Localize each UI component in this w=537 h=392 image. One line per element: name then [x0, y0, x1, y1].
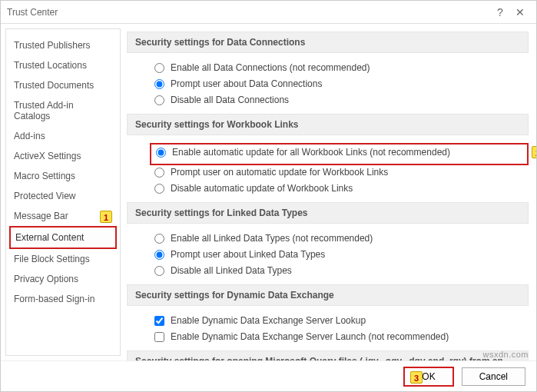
sidebar: Trusted Publishers Trusted Locations Tru… [5, 28, 121, 356]
radio-input[interactable] [154, 95, 164, 105]
sidebar-item-trusted-publishers[interactable]: Trusted Publishers [9, 35, 117, 55]
sidebar-item-form-based-signin[interactable]: Form-based Sign-in [9, 289, 117, 309]
dialog-title: Trust Center [7, 7, 490, 18]
option-label: Prompt user about Linked Data Types [171, 249, 325, 260]
cancel-button[interactable]: Cancel [462, 367, 525, 386]
radio-input[interactable] [154, 250, 164, 260]
sidebar-item-add-ins[interactable]: Add-ins [9, 126, 117, 146]
section-linked-data-types: Security settings for Linked Data Types [127, 202, 529, 224]
option-disable-linked-data-types[interactable]: Disable all Linked Data Types [127, 264, 529, 280]
main-panel: Security settings for Data Connections E… [121, 24, 536, 360]
help-icon[interactable]: ? [490, 6, 510, 18]
radio-input[interactable] [154, 168, 164, 178]
option-label: Disable all Data Connections [171, 95, 289, 105]
option-enable-auto-update-workbook-links[interactable]: Enable automatic update for all Workbook… [151, 145, 525, 161]
option-disable-workbook-links[interactable]: Disable automatic update of Workbook Lin… [127, 181, 529, 198]
checkbox-input[interactable] [154, 316, 164, 326]
option-prompt-linked-data-types[interactable]: Prompt user about Linked Data Types [127, 247, 529, 264]
sidebar-item-label: Message Bar [14, 211, 68, 221]
watermark-text: wsxdn.com [482, 350, 529, 359]
option-enable-dde-launch[interactable]: Enable Dynamic Data Exchange Server Laun… [127, 330, 529, 346]
sidebar-item-trusted-locations[interactable]: Trusted Locations [9, 55, 117, 75]
option-label: Enable Dynamic Data Exchange Server Laun… [171, 331, 449, 342]
option-label: Enable all Linked Data Types (not recomm… [171, 233, 373, 244]
annotation-3-icon: 3 [410, 371, 423, 384]
option-label: Enable all Data Connections (not recomme… [171, 62, 370, 73]
sidebar-item-activex-settings[interactable]: ActiveX Settings [9, 146, 117, 166]
option-label: Prompt user on automatic update for Work… [171, 167, 388, 178]
sidebar-item-message-bar[interactable]: Message Bar1 [9, 206, 117, 226]
dialog-body: Trusted Publishers Trusted Locations Tru… [1, 24, 536, 360]
sidebar-item-trusted-documents[interactable]: Trusted Documents [9, 75, 117, 95]
radio-input[interactable] [154, 79, 164, 89]
option-label: Enable automatic update for all Workbook… [172, 147, 450, 158]
option-disable-all-data-connections[interactable]: Disable all Data Connections [127, 93, 529, 109]
option-enable-all-data-connections[interactable]: Enable all Data Connections (not recomme… [127, 61, 529, 77]
sidebar-item-macro-settings[interactable]: Macro Settings [9, 166, 117, 186]
radio-input[interactable] [154, 234, 164, 244]
annotation-1-icon: 1 [100, 211, 112, 223]
radio-input[interactable] [154, 63, 164, 73]
option-label: Enable Dynamic Data Exchange Server Look… [171, 315, 366, 326]
sidebar-item-external-content[interactable]: External Content [9, 226, 117, 249]
radio-input[interactable] [154, 266, 164, 276]
section-dde: Security settings for Dynamic Data Excha… [127, 284, 529, 306]
framed-workbook-option: Enable automatic update for all Workbook… [150, 143, 529, 165]
section-workbook-links: Security settings for Workbook Links [127, 114, 529, 135]
option-label: Disable all Linked Data Types [171, 265, 292, 276]
section-msquery: Security settings for opening Microsoft … [127, 350, 529, 360]
sidebar-item-protected-view[interactable]: Protected View [9, 186, 117, 206]
annotation-2-icon: 2 [532, 146, 536, 158]
close-icon[interactable]: ✕ [510, 6, 530, 18]
section-data-connections: Security settings for Data Connections [127, 32, 529, 53]
sidebar-item-privacy-options[interactable]: Privacy Options [9, 269, 117, 289]
radio-input[interactable] [154, 184, 164, 194]
dialog-footer: 3 OK Cancel wsxdn.com [1, 360, 536, 391]
sidebar-item-file-block-settings[interactable]: File Block Settings [9, 249, 117, 269]
option-enable-all-linked-data-types[interactable]: Enable all Linked Data Types (not recomm… [127, 231, 529, 247]
checkbox-input[interactable] [154, 332, 164, 342]
option-prompt-workbook-links[interactable]: Prompt user on automatic update for Work… [127, 165, 529, 181]
trust-center-dialog: Trust Center ? ✕ Trusted Publishers Trus… [0, 0, 537, 392]
titlebar: Trust Center ? ✕ [1, 1, 536, 24]
option-label: Prompt user about Data Connections [171, 78, 322, 89]
option-prompt-data-connections[interactable]: Prompt user about Data Connections [127, 77, 529, 93]
option-label: Disable automatic update of Workbook Lin… [171, 183, 353, 194]
sidebar-item-trusted-addin-catalogs[interactable]: Trusted Add-in Catalogs [9, 95, 117, 126]
radio-input[interactable] [156, 148, 166, 158]
option-enable-dde-lookup[interactable]: Enable Dynamic Data Exchange Server Look… [127, 314, 529, 330]
